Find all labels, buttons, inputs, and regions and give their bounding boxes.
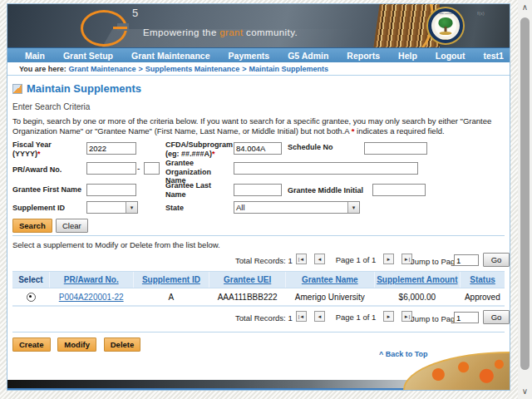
back-to-top-link[interactable]: ^ Back to Top xyxy=(379,350,428,358)
column-status: Status xyxy=(461,272,505,288)
fiscal-year-label-text: Fiscal Year (YYYY) xyxy=(12,140,52,158)
fiscal-year-required: * xyxy=(37,150,41,158)
chevron-down-icon[interactable]: ▾ xyxy=(347,202,359,213)
cfda-label: CFDA/Subprogram (eg: ##.###A)* xyxy=(165,140,235,158)
pr-award-suffix-input[interactable] xyxy=(144,162,160,175)
row-amount-cell: $6,000.00 xyxy=(374,288,461,307)
nav-item-reports[interactable]: Reports xyxy=(337,51,389,61)
previous-page-icon[interactable]: ◄ xyxy=(314,311,325,322)
previous-page-icon[interactable]: ◄ xyxy=(314,254,325,264)
grantee-last-name-input[interactable] xyxy=(234,184,282,196)
grantee-first-name-label: Grantee First Name xyxy=(12,185,87,195)
next-page-icon[interactable]: ► xyxy=(383,254,394,264)
breadcrumb-maintain-supplements[interactable]: Maintain Supplements xyxy=(249,65,328,73)
instructions-text: To begin, search by one or more of the c… xyxy=(12,116,505,135)
caret-up-icon: ^ xyxy=(379,350,383,358)
table-row: P004A220001-22 A AAA111BBB222 Amerigo Un… xyxy=(12,288,505,307)
fiscal-year-label: Fiscal Year (YYYY)* xyxy=(12,140,81,158)
search-button[interactable]: Search xyxy=(12,219,52,233)
supplement-id-select[interactable]: ▾ xyxy=(86,201,138,214)
nav-item-g5-admin[interactable]: G5 Admin xyxy=(278,51,337,61)
grantee-org-input[interactable] xyxy=(234,162,418,175)
grantee-first-name-input[interactable] xyxy=(86,184,136,196)
clear-button[interactable]: Clear xyxy=(56,219,88,233)
supplement-id-label: Supplement ID xyxy=(12,204,87,213)
schedule-no-label: Schedule No xyxy=(288,143,362,152)
schedule-no-input[interactable] xyxy=(364,142,427,155)
tagline: Empowering the grant community. xyxy=(143,27,298,37)
jump-to-page-label: Jump to Page xyxy=(411,314,460,323)
row-status-cell: Approved xyxy=(461,288,505,307)
vertical-scrollbar[interactable]: ∧ ∨ xyxy=(518,0,532,399)
sort-grantee-name[interactable]: Grantee Name xyxy=(302,275,358,284)
section-divider xyxy=(12,332,505,332)
delete-button[interactable]: Delete xyxy=(104,337,141,352)
nav-item-help[interactable]: Help xyxy=(389,51,426,61)
fiscal-year-input[interactable] xyxy=(86,142,136,155)
pagination-bottom: Total Records: 1 |◄ ◄ Page 1 of 1 ► ►| J… xyxy=(12,307,505,327)
column-grantee-name: Grantee Name xyxy=(286,272,375,288)
nav-item-username[interactable]: test1 xyxy=(474,51,513,61)
chevron-down-icon[interactable]: ▾ xyxy=(126,202,137,213)
section-divider xyxy=(12,235,505,236)
total-records-label: Total Records: xyxy=(235,256,286,265)
seal-subtitle: UNITED STATES OF AMERICA xyxy=(440,38,451,40)
page-title-icon xyxy=(12,84,22,94)
sort-supplement-amount[interactable]: Supplement Amount xyxy=(377,275,457,284)
first-page-icon[interactable]: |◄ xyxy=(296,254,307,264)
jump-to-page-input[interactable] xyxy=(454,254,479,266)
total-records-value: 1 xyxy=(288,256,292,265)
page-title: Maintain Supplements xyxy=(27,82,141,95)
state-value: All xyxy=(234,203,347,212)
grantee-middle-initial-input[interactable] xyxy=(372,184,426,196)
select-radio[interactable] xyxy=(27,293,36,302)
tagline-pre: Empowering the xyxy=(143,27,219,37)
select-hint-text: Select a supplement to Modify or Delete … xyxy=(12,240,505,249)
go-button[interactable]: Go xyxy=(483,310,510,324)
cfda-input[interactable] xyxy=(234,142,282,155)
nav-item-main[interactable]: Main xyxy=(16,51,54,61)
g5-logo-bar xyxy=(113,27,127,29)
row-pr-award-cell: P004A220001-22 xyxy=(49,288,133,307)
state-select[interactable]: All ▾ xyxy=(234,201,360,214)
scroll-up-icon[interactable]: ∧ xyxy=(518,2,532,12)
breadcrumb-prefix: You are here: xyxy=(19,65,66,73)
scrollbar-thumb[interactable] xyxy=(520,17,530,370)
page-indicator: Page 1 of 1 xyxy=(332,313,380,322)
sort-supplement-id[interactable]: Supplement ID xyxy=(142,275,200,284)
nav-item-payments[interactable]: Payments xyxy=(219,51,279,61)
cfda-required: * xyxy=(212,150,215,158)
total-records: Total Records: 1 xyxy=(235,256,293,265)
pr-award-input[interactable] xyxy=(86,162,136,175)
sort-grantee-uei[interactable]: Grantee UEI xyxy=(224,275,271,284)
total-records-label: Total Records: xyxy=(235,313,286,323)
nav-item-logout[interactable]: Logout xyxy=(426,51,475,61)
nav-item-grant-maintenance[interactable]: Grant Maintenance xyxy=(122,51,219,61)
column-supplement-id: Supplement ID xyxy=(133,272,209,288)
instructions-part2: indicates a required field. xyxy=(354,126,444,135)
sort-status[interactable]: Status xyxy=(470,275,495,284)
grantee-middle-initial-label: Grantee Middle Initial xyxy=(288,186,371,195)
modify-button[interactable]: Modify xyxy=(57,337,96,352)
first-page-icon[interactable]: |◄ xyxy=(296,311,307,322)
header-banner: 5 Empowering the grant community. f(x) D… xyxy=(7,4,510,47)
section-heading: Enter Search Criteria xyxy=(12,102,505,111)
scroll-down-icon[interactable]: ∨ xyxy=(518,387,532,397)
row-supplement-id-cell: A xyxy=(133,288,209,307)
sort-pr-award-no[interactable]: PR/Award No. xyxy=(64,275,119,284)
jump-to-page-input[interactable] xyxy=(454,312,479,323)
pr-award-link[interactable]: P004A220001-22 xyxy=(59,293,124,302)
page-indicator: Page 1 of 1 xyxy=(332,255,380,264)
breadcrumb-grant-maintenance[interactable]: Grant Maintenance xyxy=(68,65,135,73)
main-nav: Main Grant Setup Grant Maintenance Payme… xyxy=(7,47,510,62)
nav-item-grant-setup[interactable]: Grant Setup xyxy=(54,51,122,61)
breadcrumb-supplements-maintenance[interactable]: Supplements Maintenance xyxy=(145,65,240,73)
column-grantee-uei: Grantee UEI xyxy=(209,272,286,288)
create-button[interactable]: Create xyxy=(12,337,51,352)
column-select: Select xyxy=(12,272,49,288)
next-page-icon[interactable]: ► xyxy=(383,311,394,322)
pr-award-label: PR/Award No. xyxy=(12,165,83,175)
main-area: Maintain Supplements Enter Search Criter… xyxy=(7,76,510,393)
total-records: Total Records: 1 xyxy=(235,313,293,323)
go-button[interactable]: Go xyxy=(483,253,510,267)
